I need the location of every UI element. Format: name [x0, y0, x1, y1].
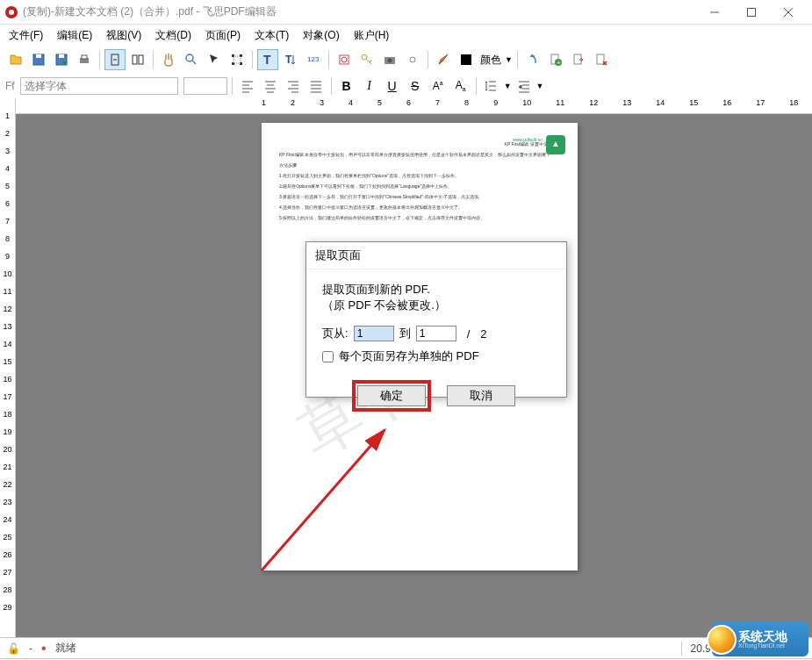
svg-point-27	[388, 59, 392, 63]
ruler-horizontal: 1234567891011121314151617181920	[16, 98, 812, 114]
lock-icon: 🔓	[7, 642, 20, 655]
text-numbered-button[interactable]: 123	[303, 49, 324, 70]
dialog-description: 提取页面到新的 PDF. （原 PDF 不会被更改.）	[322, 282, 550, 313]
align-center-button[interactable]	[260, 75, 281, 97]
page-facing-button[interactable]	[127, 49, 148, 70]
svg-point-13	[186, 54, 193, 61]
svg-rect-19	[234, 56, 241, 63]
underline-button[interactable]: U	[382, 75, 403, 97]
color-button[interactable]	[456, 49, 477, 70]
from-input[interactable]	[354, 326, 394, 341]
from-label: 页从:	[322, 326, 349, 341]
close-button[interactable]	[770, 0, 807, 25]
window-title: (复制)-新建文本文档 (2)（合并）.pdf - 飞思PDF编辑器	[23, 4, 696, 19]
key-button[interactable]	[356, 49, 377, 70]
menu-account[interactable]: 账户(H)	[347, 25, 397, 46]
text-vertical-button[interactable]: T	[280, 49, 301, 70]
page-layout-button[interactable]	[104, 49, 126, 70]
status-ready: 就绪	[55, 641, 76, 656]
align-right-button[interactable]	[283, 75, 304, 97]
svg-text:123: 123	[307, 55, 320, 63]
indent-button[interactable]	[514, 75, 535, 97]
pan-button[interactable]	[158, 49, 179, 70]
menu-file[interactable]: 文件(F)	[2, 25, 50, 46]
canvas[interactable]: www.pdfedit.cn KP First编辑 设置中文-KP PIKP F…	[16, 114, 812, 637]
svg-rect-12	[139, 55, 143, 64]
page-body-text: KP First编辑 设置中文-KP PIKP First编辑 本身自带中文安装…	[279, 140, 560, 221]
add-page-button[interactable]: +	[545, 49, 566, 70]
minimize-button[interactable]	[696, 0, 733, 25]
svg-text:+: +	[557, 59, 561, 67]
status-bullet: •	[41, 641, 47, 656]
ok-button[interactable]: 确定	[357, 385, 426, 406]
svg-rect-7	[59, 54, 64, 58]
delete-page-button[interactable]	[591, 49, 612, 70]
strikethrough-button[interactable]: S	[405, 75, 426, 97]
chain-button[interactable]	[402, 49, 423, 70]
separate-pdf-checkbox[interactable]	[322, 351, 334, 362]
menu-edit[interactable]: 编辑(E)	[50, 25, 99, 46]
svg-rect-33	[597, 54, 604, 64]
color-label: 颜色	[480, 53, 501, 68]
menu-text[interactable]: 文本(T)	[248, 25, 296, 46]
toolbar-main: T T 123 颜色 ▼ +	[0, 46, 812, 74]
undo-button[interactable]	[522, 49, 543, 70]
zoom-button[interactable]	[181, 49, 202, 70]
camera-button[interactable]	[379, 49, 400, 70]
to-input[interactable]	[416, 326, 456, 341]
menu-page[interactable]: 页面(P)	[198, 25, 248, 46]
svg-rect-28	[461, 54, 471, 65]
extract-pages-dialog: 提取页面 提取页面到新的 PDF. （原 PDF 不会被更改.） 页从: 到 /…	[305, 241, 567, 398]
superscript-button[interactable]: Aa	[428, 75, 449, 97]
svg-line-14	[192, 61, 196, 64]
dialog-title: 提取页面	[306, 242, 566, 269]
svg-point-24	[341, 57, 347, 62]
align-left-button[interactable]	[237, 75, 258, 97]
total-sep: /	[467, 327, 471, 341]
page-url-text: www.pdfedit.cn	[513, 137, 543, 142]
ruler-vertical: 1234567891011121314151617181920212223242…	[0, 98, 16, 637]
bold-button[interactable]: B	[336, 75, 357, 97]
italic-button[interactable]: I	[359, 75, 380, 97]
save-as-button[interactable]	[51, 49, 72, 70]
brush-button[interactable]	[433, 49, 454, 70]
total-pages: 2	[480, 327, 486, 341]
select-button[interactable]	[204, 49, 225, 70]
open-button[interactable]	[5, 49, 26, 70]
titlebar: (复制)-新建文本文档 (2)（合并）.pdf - 飞思PDF编辑器	[0, 0, 812, 25]
menubar: 文件(F) 编辑(E) 视图(V) 文档(D) 页面(P) 文本(T) 对象(O…	[0, 25, 812, 46]
align-justify-button[interactable]	[305, 75, 327, 97]
font-size-input[interactable]	[183, 77, 227, 95]
svg-rect-1	[748, 8, 756, 16]
edit-object-button[interactable]	[226, 49, 248, 70]
cancel-button[interactable]: 取消	[447, 385, 515, 406]
line-spacing-button[interactable]	[481, 75, 502, 97]
app-icon	[5, 6, 18, 18]
svg-rect-5	[36, 54, 41, 58]
dialog-page-range: 页从: 到 / 2	[322, 326, 550, 341]
maximize-button[interactable]	[733, 0, 770, 25]
save-button[interactable]	[28, 49, 49, 70]
font-select[interactable]	[20, 77, 178, 95]
subscript-button[interactable]: Aa	[450, 75, 471, 97]
menu-object[interactable]: 对象(O)	[296, 25, 346, 46]
brand-logo: 系统天地 XiTongTianDi.net	[712, 621, 808, 656]
toolbar-format: Ff B I U S Aa Aa ▼ ▼	[0, 74, 812, 98]
page-export-button[interactable]	[568, 49, 589, 70]
stamp-button[interactable]	[334, 49, 355, 70]
checkbox-label: 每个页面另存为单独的 PDF	[339, 348, 479, 364]
to-label: 到	[399, 326, 411, 341]
status-dash: -	[29, 642, 32, 655]
brand-url: XiTongTianDi.net	[738, 642, 787, 649]
menu-document[interactable]: 文档(D)	[148, 25, 198, 46]
svg-rect-11	[133, 55, 137, 64]
page-badge-icon	[546, 135, 565, 154]
menu-view[interactable]: 视图(V)	[99, 25, 148, 46]
text-tool-button[interactable]: T	[257, 49, 278, 70]
font-icon: Ff	[5, 80, 15, 92]
brand-icon	[707, 625, 737, 655]
svg-text:T: T	[285, 54, 292, 66]
print-button[interactable]	[74, 49, 95, 70]
window-controls	[696, 0, 807, 25]
dialog-checkbox-row: 每个页面另存为单独的 PDF	[322, 348, 550, 364]
